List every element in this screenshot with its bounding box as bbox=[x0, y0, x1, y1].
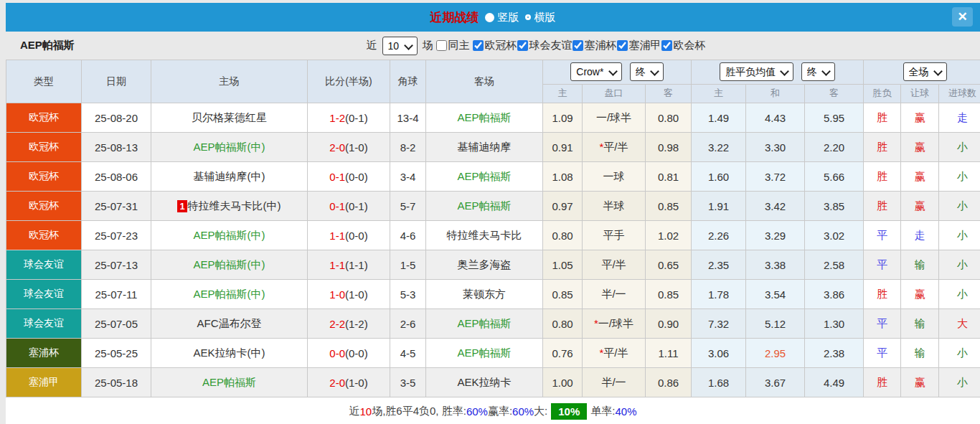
result-cell: 胜 bbox=[864, 368, 901, 397]
league-checkbox[interactable] bbox=[517, 40, 528, 51]
asian-away-odds: 0.98 bbox=[646, 133, 692, 162]
goals-result-cell: 小 bbox=[939, 192, 980, 221]
result-cell: 胜 bbox=[864, 133, 901, 162]
league-filters: 欧冠杯球会友谊塞浦杯塞浦甲欧会杯 bbox=[473, 39, 706, 53]
home-team-cell: 基辅迪纳摩(中) bbox=[151, 162, 308, 192]
layout-option-vertical[interactable]: 竖版 bbox=[485, 11, 519, 24]
odds-stage-select[interactable]: 终 bbox=[630, 62, 664, 81]
league-filter[interactable]: 欧会杯 bbox=[661, 39, 706, 52]
league-filter[interactable]: 欧冠杯 bbox=[473, 39, 517, 52]
result-cell: 平 bbox=[864, 309, 901, 339]
corners-cell: 2-6 bbox=[390, 309, 426, 339]
league-label: 塞浦杯 bbox=[585, 39, 617, 52]
league-filter[interactable]: 球会友谊 bbox=[517, 39, 573, 52]
match-count-select-wrap: 10 bbox=[382, 37, 418, 55]
radio-unselected-icon[interactable] bbox=[525, 14, 531, 20]
same-home-checkbox[interactable] bbox=[436, 40, 447, 51]
handicap-result-cell: 赢 bbox=[901, 162, 939, 192]
summary-segment: 40% bbox=[615, 405, 636, 418]
euro-home-odds: 3.22 bbox=[692, 133, 746, 162]
score-cell: 1-1(0-0) bbox=[308, 221, 390, 250]
league-checkbox[interactable] bbox=[473, 40, 484, 51]
league-checkbox[interactable] bbox=[617, 40, 628, 51]
euro-home-odds: 1.68 bbox=[692, 368, 746, 397]
goals-result-cell: 小 bbox=[939, 368, 980, 397]
close-button[interactable]: ✕ bbox=[952, 7, 973, 27]
date-cell: 25-05-18 bbox=[82, 368, 151, 397]
summary-segment: 60% bbox=[466, 405, 488, 418]
corners-cell: 3-5 bbox=[390, 368, 426, 397]
summary-bar: 近10场,胜6平4负0, 胜率:60% 赢率:60% 大:10% 单率:40% bbox=[6, 397, 980, 424]
score-cell: 0-0(0-0) bbox=[308, 339, 390, 368]
corners-cell: 3-4 bbox=[390, 162, 426, 192]
sub-header-result: 胜负 bbox=[864, 84, 901, 103]
score-cell: 1-0(1-0) bbox=[308, 280, 390, 309]
home-team-cell: AEP帕福斯(中) bbox=[151, 250, 308, 280]
layout-option-horizontal[interactable]: 横版 bbox=[525, 11, 556, 24]
asian-odds-controls: Crow* 终 bbox=[543, 60, 692, 85]
asian-away-odds: 0.65 bbox=[646, 250, 692, 280]
layout-option-label[interactable]: 横版 bbox=[534, 11, 556, 24]
handicap-result-cell: 赢 bbox=[901, 133, 939, 162]
odds-stage-select-wrap: 终 bbox=[630, 62, 664, 81]
goals-result-cell: 小 bbox=[939, 221, 980, 250]
match-count-select[interactable]: 10 bbox=[382, 37, 418, 55]
league-filter[interactable]: 塞浦杯 bbox=[573, 39, 617, 52]
odds-source-select-wrap: Crow* bbox=[570, 62, 622, 81]
same-home-filter[interactable]: 同主 bbox=[436, 39, 470, 52]
summary-segment: 场,胜6平4负0, 胜率: bbox=[372, 405, 466, 418]
score-cell: 0-1(0-0) bbox=[308, 162, 390, 192]
team-name: AEP帕福斯 bbox=[20, 39, 75, 52]
league-type-badge: 球会友谊 bbox=[6, 250, 82, 280]
titlebar: 近期战绩 竖版 横版 ✕ bbox=[6, 3, 980, 32]
scope-select[interactable]: 全场 bbox=[903, 62, 947, 81]
league-filter[interactable]: 塞浦甲 bbox=[617, 39, 661, 52]
result-cell: 胜 bbox=[864, 192, 901, 221]
handicap-result-cell: 输 bbox=[901, 339, 939, 368]
radio-selected-icon[interactable] bbox=[485, 13, 494, 22]
away-team-cell: 特拉维夫马卡比 bbox=[426, 221, 543, 250]
euro-draw-odds: 3.30 bbox=[746, 133, 805, 162]
asian-away-odds: 0.90 bbox=[646, 309, 692, 339]
league-checkbox[interactable] bbox=[661, 40, 672, 51]
goals-result-cell: 大 bbox=[939, 309, 980, 339]
score-cell: 2-0(1-0) bbox=[308, 133, 390, 162]
near-label: 近 bbox=[367, 39, 377, 52]
away-team-cell: 莱顿东方 bbox=[426, 280, 543, 309]
sub-header-euro-draw: 和 bbox=[746, 84, 805, 103]
league-type-badge: 欧冠杯 bbox=[6, 162, 82, 192]
layout-option-label[interactable]: 竖版 bbox=[498, 11, 519, 24]
match-row: 欧冠杯25-08-06基辅迪纳摩(中)0-1(0-0)3-4AEP帕福斯1.08… bbox=[6, 162, 980, 192]
same-home-label: 同主 bbox=[448, 39, 470, 52]
matches-unit-label: 场 bbox=[423, 39, 433, 52]
corners-cell: 1-5 bbox=[390, 250, 426, 280]
away-team-cell: 基辅迪纳摩 bbox=[426, 133, 543, 162]
home-team-cell: AFC温布尔登 bbox=[151, 309, 308, 339]
euro-away-odds: 3.02 bbox=[805, 221, 864, 250]
summary-segment: 单率: bbox=[590, 405, 615, 418]
close-icon: ✕ bbox=[957, 10, 967, 24]
asian-home-odds: 0.97 bbox=[543, 192, 583, 221]
col-header-away: 客场 bbox=[426, 60, 543, 103]
goals-result-cell: 小 bbox=[939, 133, 980, 162]
asian-away-odds: 0.85 bbox=[646, 280, 692, 309]
euro-home-odds: 2.26 bbox=[692, 221, 746, 250]
corners-cell: 13-4 bbox=[390, 103, 426, 133]
sub-header-euro-away: 客 bbox=[805, 84, 864, 103]
summary-segment: 10 bbox=[359, 405, 372, 418]
euro-away-odds: 4.49 bbox=[805, 368, 864, 397]
summary-segment: 大: bbox=[534, 405, 547, 418]
odds-source-select[interactable]: Crow* bbox=[570, 62, 622, 81]
avg-source-select[interactable]: 胜平负均值 bbox=[720, 62, 793, 81]
league-checkbox[interactable] bbox=[573, 40, 583, 51]
euro-draw-odds: 3.38 bbox=[746, 250, 805, 280]
handicap-result-cell: 赢 bbox=[901, 368, 939, 397]
match-row: 球会友谊25-07-13AEP帕福斯(中)1-1(1-1)1-5奥兰多海盗1.0… bbox=[6, 250, 980, 280]
euro-away-odds: 2.58 bbox=[805, 250, 864, 280]
corners-cell: 4-6 bbox=[390, 221, 426, 250]
result-cell: 平 bbox=[864, 221, 901, 250]
avg-stage-select[interactable]: 终 bbox=[801, 62, 835, 81]
asian-away-odds: 1.11 bbox=[646, 339, 692, 368]
goals-result-cell: 小 bbox=[939, 280, 980, 309]
summary-segment: 60% bbox=[512, 405, 534, 418]
